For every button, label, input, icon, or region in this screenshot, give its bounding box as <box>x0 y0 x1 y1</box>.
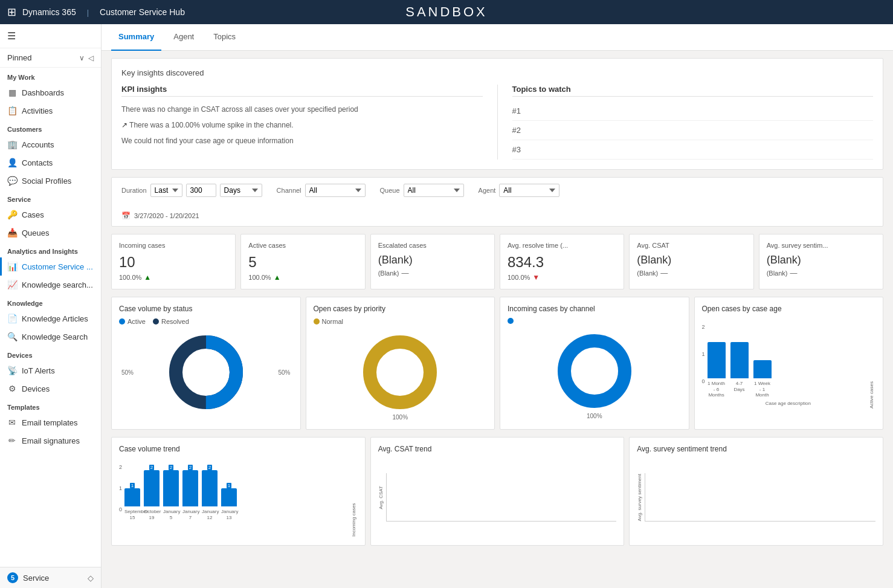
duration-pre-select[interactable]: Last <box>150 184 182 197</box>
chart-case-volume-status: Case volume by status Active Resolved <box>111 297 301 430</box>
tile-footer-sentiment: (Blank) — <box>767 269 875 277</box>
y-axis-volume: 2 1 0 <box>119 464 124 512</box>
sidebar-label-cases: Cases <box>22 210 44 219</box>
sidebar-item-devices[interactable]: ⚙ Devices <box>0 380 101 398</box>
sidebar-label-knowledge-search: Knowledge Search <box>22 332 88 341</box>
tab-agent[interactable]: Agent <box>166 24 201 51</box>
legend-dot-resolved <box>153 318 159 325</box>
sidebar-label-knowledge-search-analytics: Knowledge search... <box>22 280 93 289</box>
tile-footer-active: 100.0% ▲ <box>248 273 357 282</box>
legend-resolved: Resolved <box>153 318 189 325</box>
duration-unit-select[interactable]: Days Weeks Months <box>220 184 262 197</box>
main-layout: ☰ Pinned ∨ ◁ My Work ▦ Dashboards 📋 Acti… <box>0 24 893 588</box>
y-axis-title-volume: Incoming cases <box>351 458 356 537</box>
tile-label-active: Active cases <box>248 242 357 249</box>
filters-bar: Duration Last Days Weeks Months Channel … <box>111 177 883 227</box>
trend-title-csat: Avg. CSAT trend <box>378 445 617 453</box>
donut-status: 50% 50% <box>119 330 293 415</box>
sidebar-label-social-profiles: Social Profiles <box>22 176 71 186</box>
sandbox-label: SANDBOX <box>405 4 488 20</box>
queue-label: Queue <box>380 187 400 194</box>
sidebar-item-email-templates[interactable]: ✉ Email templates <box>0 413 101 431</box>
sidebar-item-dashboards[interactable]: ▦ Dashboards <box>0 83 101 102</box>
date-range-text: 3/27/2020 - 1/20/2021 <box>134 212 199 219</box>
accounts-icon: 🏢 <box>7 140 17 149</box>
sidebar-label-accounts: Accounts <box>22 140 54 149</box>
customer-service-icon: 📊 <box>7 262 17 271</box>
sidebar-item-cases[interactable]: 🔑 Cases <box>0 205 101 224</box>
waffle-icon[interactable]: ⊞ <box>7 5 16 19</box>
sidebar-item-customer-service[interactable]: 📊 Customer Service ... <box>0 257 101 276</box>
tile-label-escalated: Escalated cases <box>378 242 487 249</box>
duration-filter: Duration Last Days Weeks Months <box>121 184 262 197</box>
kpi-tile-resolve: Avg. resolve time (... 834.3 100.0% ▼ <box>500 234 624 289</box>
chart-open-priority: Open cases by priority Normal 100% <box>306 297 495 430</box>
sidebar-item-activities[interactable]: 📋 Activities <box>0 102 101 120</box>
bar-rect-1-month <box>708 342 726 378</box>
section-knowledge: Knowledge <box>0 294 101 309</box>
trend-down-icon-resolve: ▼ <box>532 273 540 282</box>
page-content: Key insights discovered KPI insights The… <box>102 51 893 588</box>
sidebar-label-queues: Queues <box>22 228 50 237</box>
section-analytics: Analytics and Insights <box>0 242 101 257</box>
donut-label-bottom-priority: 100% <box>392 414 408 421</box>
csat-chart-area <box>386 473 617 522</box>
sidebar-item-knowledge-search[interactable]: 🔍 Knowledge Search <box>0 328 101 346</box>
section-devices: Devices <box>0 346 101 361</box>
sidebar-label-activities: Activities <box>22 106 53 115</box>
y-axis-title-csat: Avg. CSAT <box>378 486 384 509</box>
chart-row-1: Case volume by status Active Resolved <box>111 297 883 430</box>
trend-up-icon-active: ▲ <box>274 273 281 282</box>
sidebar-label-email-signatures: Email signatures <box>22 436 80 445</box>
bar-rect-4-7-days <box>730 342 749 378</box>
chart-incoming-channel: Incoming cases by channel 100% <box>500 297 689 430</box>
sidebar-item-knowledge-search-analytics[interactable]: 📈 Knowledge search... <box>0 276 101 294</box>
tile-footer-csat: (Blank) — <box>637 269 746 277</box>
kpi-tile-active: Active cases 5 100.0% ▲ <box>240 234 365 289</box>
tile-label-resolve: Avg. resolve time (... <box>508 242 616 249</box>
donut-svg-status <box>167 333 245 412</box>
sidebar-item-iot-alerts[interactable]: 📡 IoT Alerts <box>0 361 101 380</box>
devices-icon: ⚙ <box>7 384 17 393</box>
contacts-icon: 👤 <box>7 158 17 167</box>
tab-topics[interactable]: Topics <box>206 24 243 51</box>
brand-name: Dynamics 365 <box>22 7 76 17</box>
chevron-down-icon: ∨ <box>79 54 85 62</box>
hamburger-icon[interactable]: ☰ <box>7 30 16 42</box>
section-my-work: My Work <box>0 68 101 83</box>
agent-select[interactable]: All <box>499 184 559 197</box>
sidebar-item-social-profiles[interactable]: 💬 Social Profiles <box>0 172 101 190</box>
chart-title-channel: Incoming cases by channel <box>508 305 682 313</box>
collapse-icon: ◁ <box>88 54 94 62</box>
sidebar-item-knowledge-articles[interactable]: 📄 Knowledge Articles <box>0 309 101 328</box>
legend-label-normal: Normal <box>322 318 343 325</box>
tile-footer-pct-active: 100.0% <box>248 274 271 281</box>
channel-select[interactable]: All <box>305 184 366 197</box>
sidebar-item-email-signatures[interactable]: ✏ Email signatures <box>0 431 101 450</box>
chart-legend-priority: Normal <box>314 318 488 325</box>
kpi-tile-incoming: Incoming cases 10 100.0% ▲ <box>111 234 236 289</box>
trend-title-volume: Case volume trend <box>119 445 358 453</box>
kpi-tiles: Incoming cases 10 100.0% ▲ Active cases … <box>111 234 883 289</box>
insights-title: Key insights discovered <box>121 68 873 77</box>
x-labels-volume: September 15 October 19 January 5 Januar… <box>124 509 351 520</box>
sidebar-bottom[interactable]: 5 Service ◇ <box>0 567 101 588</box>
sidebar-item-accounts[interactable]: 🏢 Accounts <box>0 135 101 153</box>
tab-summary[interactable]: Summary <box>111 24 161 51</box>
duration-value-input[interactable] <box>186 184 216 197</box>
queue-select[interactable]: All <box>404 184 464 197</box>
sidebar-item-contacts[interactable]: 👤 Contacts <box>0 153 101 172</box>
pinned-row[interactable]: Pinned ∨ ◁ <box>0 48 101 68</box>
survey-chart-area <box>645 473 875 522</box>
tabs-bar: Summary Agent Topics <box>102 24 893 51</box>
knowledge-search-analytics-icon: 📈 <box>7 280 17 289</box>
pinned-label: Pinned <box>7 53 31 62</box>
topic-3: #3 <box>512 140 874 160</box>
y-axis-title-survey: Avg. survey sentiment <box>637 474 642 522</box>
tile-label-csat: Avg. CSAT <box>637 242 746 249</box>
section-templates: Templates <box>0 398 101 413</box>
sidebar-item-queues[interactable]: 📥 Queues <box>0 224 101 242</box>
trend-neutral-icon-csat: — <box>660 269 668 277</box>
sidebar-label-devices: Devices <box>22 384 50 393</box>
insights-card: Key insights discovered KPI insights The… <box>111 58 883 170</box>
